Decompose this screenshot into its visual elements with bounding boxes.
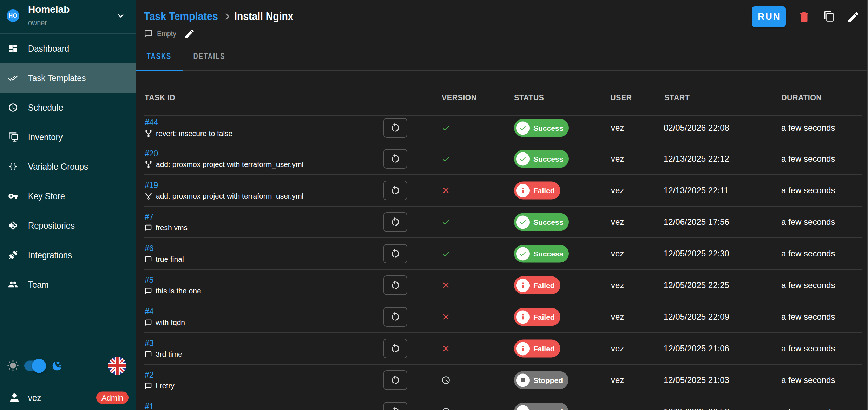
task-id-link[interactable]: #3 (145, 338, 154, 348)
task-history-table: TASK ID VERSION STATUS USER START DURATI… (144, 71, 862, 410)
status-cell: Success (514, 245, 569, 263)
table-row: #7 fresh vms Success vez 12/06/2025 17:5… (144, 207, 862, 238)
sidebar-item-task-templates[interactable]: Task Templates (0, 63, 136, 93)
breadcrumb-task-templates[interactable]: Task Templates (144, 10, 218, 23)
status-label: Failed (533, 281, 555, 289)
task-message-text: true final (156, 255, 184, 264)
sidebar-item-team[interactable]: Team (0, 270, 136, 299)
uk-flag-icon[interactable] (108, 357, 126, 375)
start-cell: 12/13/2025 22:11 (664, 186, 729, 195)
task-id-link[interactable]: #4 (145, 307, 154, 317)
sidebar: HO Homelab owner DashboardTask Templates… (0, 0, 136, 410)
rerun-button[interactable] (383, 307, 407, 327)
clock-outline-icon (8, 103, 18, 112)
status-label: Success (533, 124, 563, 132)
message-icon (145, 382, 152, 390)
start-cell: 12/05/2025 22:30 (664, 249, 729, 259)
task-cell: #20 add: proxmox project with terraform_… (145, 149, 303, 169)
start-cell: 02/05/2026 22:08 (664, 123, 729, 133)
version-x-icon (435, 312, 456, 321)
table-row: #6 true final Success vez 12/05/2025 22:… (144, 238, 862, 270)
task-message-text: this is the one (156, 286, 201, 295)
task-id-link[interactable]: #20 (145, 149, 158, 158)
task-id-link[interactable]: #7 (145, 212, 154, 222)
task-cell: #6 true final (145, 243, 184, 264)
col-status: STATUS (514, 93, 544, 103)
task-cell: #44 revert: insecure to false (145, 118, 232, 138)
table-header: TASK ID VERSION STATUS USER START DURATI… (144, 71, 862, 116)
rerun-button[interactable] (383, 149, 407, 169)
duration-cell: a few seconds (781, 344, 835, 353)
sidebar-item-dashboard[interactable]: Dashboard (0, 34, 136, 63)
sidebar-item-repositories[interactable]: Repositories (0, 211, 136, 240)
tab-details[interactable]: DETAILS (188, 41, 231, 71)
sidebar-item-schedule[interactable]: Schedule (0, 93, 136, 122)
chevron-right-icon (221, 10, 234, 23)
duration-cell: a few seconds (781, 154, 835, 164)
table-row: #44 revert: insecure to false Success ve… (144, 116, 862, 143)
task-message-text: add: proxmox project with terraform_user… (156, 160, 303, 169)
table-row: #5 this is the one Failed vez 12/05/2025… (144, 270, 862, 301)
status-icon (516, 121, 530, 135)
sidebar-item-key-store[interactable]: Key Store (0, 181, 136, 211)
user-cell: vez (611, 186, 624, 195)
moon-icon[interactable] (52, 360, 63, 371)
copy-icon[interactable] (823, 11, 835, 22)
sidebar-item-inventory[interactable]: Inventory (0, 122, 136, 152)
edit-description-icon[interactable] (184, 28, 195, 39)
duration-cell: a few seconds (781, 375, 835, 385)
sidebar-item-label: Team (28, 279, 48, 290)
rerun-button[interactable] (383, 370, 407, 390)
rerun-button[interactable] (383, 212, 407, 232)
rerun-button[interactable] (383, 118, 407, 138)
version-check-icon (435, 123, 456, 133)
table-row: #1 Stopped vez 12/05/2025 20:56 a few se… (144, 396, 862, 410)
user-row[interactable]: vez Admin (0, 385, 136, 410)
delete-icon[interactable] (797, 11, 811, 24)
sidebar-item-variable-groups[interactable]: Variable Groups (0, 152, 136, 181)
user-cell: vez (611, 123, 624, 133)
status-label: Success (533, 218, 563, 226)
project-switcher[interactable]: HO Homelab owner (0, 0, 136, 33)
task-message-text: with fqdn (156, 318, 185, 327)
project-role: owner (28, 18, 47, 27)
tabs: TASKS DETAILS (136, 41, 868, 71)
task-id-link[interactable]: #1 (145, 402, 154, 410)
sidebar-item-label: Schedule (28, 102, 63, 113)
start-cell: 12/05/2025 21:03 (664, 375, 729, 385)
user-cell: vez (611, 154, 624, 164)
user-cell: vez (611, 312, 624, 322)
rerun-button[interactable] (383, 402, 407, 410)
git-icon (8, 221, 18, 230)
duration-cell: a few seconds (781, 407, 835, 410)
task-id-link[interactable]: #44 (145, 118, 158, 128)
sidebar-item-integrations[interactable]: Integrations (0, 240, 136, 270)
main-content: Task Templates Install Nginx Empty RUN T… (136, 0, 868, 410)
duration-cell: a few seconds (781, 249, 835, 259)
duration-cell: a few seconds (781, 217, 835, 227)
page-title: Install Nginx (234, 10, 294, 23)
sidebar-item-label: Dashboard (28, 43, 69, 54)
view-dashboard-icon (8, 44, 18, 53)
sun-icon[interactable] (7, 360, 19, 372)
task-id-link[interactable]: #5 (145, 275, 154, 285)
check-all-icon (8, 73, 18, 83)
rerun-button[interactable] (383, 244, 407, 263)
rerun-button[interactable] (383, 181, 407, 200)
status-badge: Failed (514, 276, 560, 294)
run-button[interactable]: RUN (752, 6, 786, 27)
rerun-button[interactable] (383, 275, 407, 295)
task-id-link[interactable]: #19 (145, 180, 158, 190)
rerun-button[interactable] (383, 339, 407, 358)
edit-template-icon[interactable] (847, 11, 860, 24)
start-cell: 12/06/2025 17:56 (664, 217, 729, 227)
message-icon (145, 319, 152, 326)
col-version: VERSION (442, 93, 477, 103)
sidebar-nav: DashboardTask TemplatesScheduleInventory… (0, 34, 136, 299)
tab-tasks[interactable]: TASKS (140, 41, 178, 71)
task-id-link[interactable]: #2 (145, 370, 154, 380)
account-icon (8, 391, 21, 404)
dark-mode-toggle[interactable] (24, 361, 45, 371)
table-row: #2 I retry Stopped vez 12/05/2025 21:03 … (144, 365, 862, 396)
task-id-link[interactable]: #6 (145, 243, 154, 253)
